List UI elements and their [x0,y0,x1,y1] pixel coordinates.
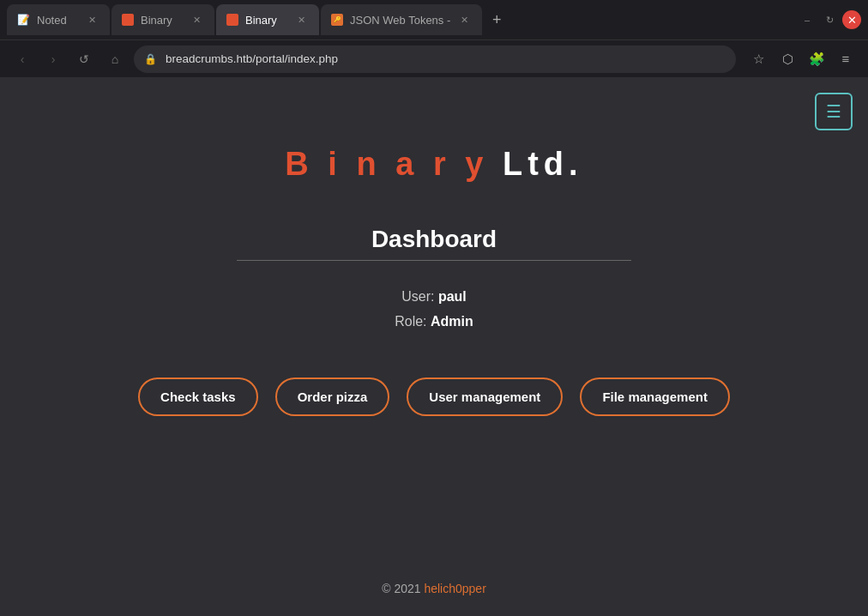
page-content: ☰ B i n a r y Ltd. Dashboard User: paul … [0,77,868,616]
tab-binary1-close[interactable]: ✕ [190,13,204,27]
extensions-icon[interactable]: 🧩 [805,47,829,71]
back-icon: ‹ [21,52,25,66]
bookmark-icon[interactable]: ☆ [746,47,770,71]
reload-button[interactable]: ↺ [72,47,96,71]
json-favicon: 🔑 [331,14,343,26]
action-buttons: Check tasks Order pizza User management … [138,377,730,416]
lock-icon: 🔒 [144,53,157,65]
window-controls: – ↻ ✕ [798,10,861,29]
close-button[interactable]: ✕ [842,10,861,29]
address-bar: ‹ › ↺ ⌂ 🔒 breadcrumbs.htb/portal/index.p… [0,39,868,77]
logo-binary: B i n a r y [285,146,488,182]
role-line: Role: Admin [395,310,473,335]
hamburger-menu-button[interactable]: ☰ [815,93,853,130]
address-text: breadcrumbs.htb/portal/index.php [166,52,338,65]
logo: B i n a r y Ltd. [285,146,582,183]
dashboard-title: Dashboard [371,226,497,253]
user-management-button[interactable]: User management [407,377,563,416]
tab-binary2[interactable]: Binary ✕ [216,4,319,35]
address-container[interactable]: 🔒 breadcrumbs.htb/portal/index.php [134,45,736,73]
footer: © 2021 helich0pper [382,582,486,595]
tab-noted-close[interactable]: ✕ [85,13,99,27]
hamburger-icon: ☰ [826,101,841,122]
restore-button[interactable]: ↻ [820,10,839,29]
user-line: User: paul [395,285,473,310]
tab-noted-label: Noted [37,14,67,27]
tab-json-label: JSON Web Tokens - [350,14,450,27]
check-tasks-button[interactable]: Check tasks [138,377,258,416]
copyright-text: © 2021 [382,582,420,595]
role-label: Role: [395,314,426,329]
title-divider [237,260,631,261]
user-label: User: [401,289,434,304]
user-info: User: paul Role: Admin [395,285,473,335]
tab-binary1-label: Binary [141,14,172,27]
reload-icon: ↺ [79,52,89,66]
tab-json-close[interactable]: ✕ [457,13,472,27]
noted-favicon: 📝 [17,14,30,26]
order-pizza-button[interactable]: Order pizza [275,377,390,416]
role-value: Admin [431,314,473,329]
menu-icon[interactable]: ≡ [834,47,858,71]
tab-noted[interactable]: 📝 Noted ✕ [7,4,110,35]
tab-bar: 📝 Noted ✕ Binary ✕ Binary ✕ 🔑 JSON Web T… [0,0,868,39]
home-icon: ⌂ [112,52,118,66]
back-button[interactable]: ‹ [10,47,34,71]
user-value: paul [438,289,467,304]
tab-binary1[interactable]: Binary ✕ [112,4,214,35]
tab-json[interactable]: 🔑 JSON Web Tokens - ✕ [321,4,482,35]
minimize-button[interactable]: – [798,10,817,29]
logo-ltd: Ltd. [503,146,583,182]
tab-binary2-close[interactable]: ✕ [294,13,309,27]
tab-binary2-label: Binary [245,14,277,27]
toolbar-icons: ☆ ⬡ 🧩 ≡ [746,47,858,71]
file-management-button[interactable]: File management [580,377,730,416]
new-tab-button[interactable]: + [484,7,509,33]
author-link[interactable]: helich0pper [424,582,485,595]
binary2-favicon [226,14,238,26]
browser-chrome: 📝 Noted ✕ Binary ✕ Binary ✕ 🔑 JSON Web T… [0,0,868,77]
home-button[interactable]: ⌂ [103,47,127,71]
forward-button[interactable]: › [41,47,65,71]
binary1-favicon [122,14,134,26]
pocket-icon[interactable]: ⬡ [775,47,799,71]
forward-icon: › [51,52,56,66]
